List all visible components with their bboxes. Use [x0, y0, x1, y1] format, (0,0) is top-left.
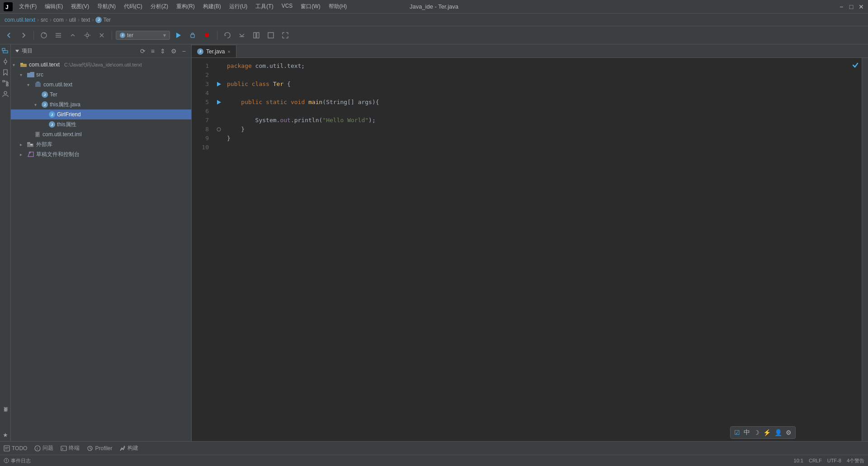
tree-item-scratch[interactable]: ▸ 草稿文件和控制台 — [11, 149, 191, 159]
bottom-tool-todo[interactable]: TODO — [4, 445, 27, 452]
toolbar-close-button[interactable] — [95, 29, 108, 42]
svg-marker-40 — [217, 100, 221, 105]
bottom-tool-problems[interactable]: ! 问题 — [34, 444, 53, 452]
widget-person-icon[interactable]: 👤 — [774, 429, 782, 436]
breadcrumb-part-4[interactable]: util — [69, 17, 76, 23]
breadcrumb-part-2[interactable]: src — [41, 17, 48, 23]
stop-button[interactable] — [201, 29, 213, 42]
debug-button[interactable] — [186, 29, 199, 42]
tree-girlfriend-label: GirlFriend — [57, 111, 81, 118]
tree-item-package[interactable]: ▾ com.util.text — [11, 80, 191, 90]
toolbar-list-button[interactable] — [52, 29, 65, 42]
toolbar-fullscreen-button[interactable] — [279, 29, 292, 42]
tree-item-this-attr[interactable]: ▾ J this属性 — [11, 119, 191, 129]
tree-item-src[interactable]: ▾ src — [11, 70, 191, 80]
maximize-button[interactable]: □ — [848, 4, 854, 10]
line-numbers: 1 2 3 4 5 6 7 8 9 10 — [192, 58, 214, 441]
menu-navigate[interactable]: 导航(N) — [94, 2, 119, 11]
widget-gear-icon[interactable]: ⚙ — [786, 429, 792, 436]
menu-vcs[interactable]: VCS — [278, 2, 297, 11]
status-position[interactable]: 10:1 — [794, 458, 803, 463]
toolbar-back-button[interactable] — [3, 29, 15, 42]
tree-item-girlfriend[interactable]: ▾ J GirlFriend — [11, 109, 191, 119]
toolbar-more-button[interactable] — [236, 29, 248, 42]
breadcrumb-part-5[interactable]: text — [81, 17, 90, 23]
widget-moon-icon[interactable]: ☽ — [754, 429, 760, 436]
tree-item-ter[interactable]: ▾ J Ter — [11, 90, 191, 100]
toolbar-maximize-button[interactable] — [264, 29, 277, 42]
breadcrumb-part-3[interactable]: com — [53, 17, 64, 23]
menu-analyze[interactable]: 分析(Z) — [147, 2, 172, 11]
tree-item-root[interactable]: ▾ com.util.terxt C:\Java代码\Java_ide\com.… — [11, 60, 191, 70]
activity-commit-icon[interactable] — [1, 57, 10, 66]
tab-close-button[interactable]: × — [227, 49, 230, 54]
toolbar-collapse-button[interactable] — [66, 29, 79, 42]
bottom-tool-profiler[interactable]: Profiler — [87, 445, 112, 452]
activity-project-icon[interactable] — [1, 46, 10, 55]
this-package-icon: J — [42, 101, 48, 108]
tree-this-attr-label: this属性 — [57, 121, 76, 128]
activity-history-icon[interactable]: 提交历史 — [1, 401, 10, 428]
breadcrumb-part-1[interactable]: com.util.terxt — [5, 17, 35, 23]
menu-view[interactable]: 视图(V) — [67, 2, 93, 11]
line-num-4: 4 — [192, 89, 209, 98]
activity-star-icon[interactable]: ★ — [1, 430, 10, 439]
tree-item-iml[interactable]: ▾ com.util.terxt.iml — [11, 129, 191, 139]
toolbar-sync-button[interactable] — [38, 29, 50, 42]
breadcrumb-part-6[interactable]: Ter — [103, 17, 111, 23]
widget-chinese-icon[interactable]: 中 — [744, 428, 750, 437]
sidebar-sync-btn[interactable]: ⟳ — [138, 47, 147, 56]
widget-plug-icon[interactable]: ⚡ — [763, 429, 771, 436]
menu-refactor[interactable]: 重构(R) — [173, 2, 198, 11]
status-line-ending[interactable]: CRLF — [809, 458, 822, 463]
close-button[interactable]: ✕ — [858, 4, 864, 10]
profiler-icon — [87, 445, 93, 452]
sidebar-collapse-all-btn[interactable]: ≡ — [149, 47, 156, 56]
menu-code[interactable]: 代码(C) — [120, 2, 146, 11]
widget-checkbox-icon[interactable]: ☑ — [734, 429, 740, 436]
activity-structure-icon[interactable] — [1, 79, 10, 88]
menu-edit[interactable]: 编辑(E) — [41, 2, 66, 11]
status-event-log[interactable]: 事件日志 — [4, 457, 31, 464]
toolbar-forward-button[interactable] — [17, 29, 30, 42]
editor-scrollbar[interactable] — [862, 58, 868, 441]
activity-person-icon[interactable] — [1, 90, 10, 99]
menu-help[interactable]: 帮助(H) — [325, 2, 351, 11]
sidebar-settings-btn[interactable]: ⚙ — [169, 47, 179, 56]
minimize-button[interactable]: − — [838, 4, 844, 10]
gutter-cell-3[interactable] — [216, 80, 222, 89]
toolbar-sep-3 — [217, 31, 217, 40]
menu-window[interactable]: 窗口(W) — [297, 2, 324, 11]
menu-file[interactable]: 文件(F) — [15, 2, 40, 11]
menu-tools[interactable]: 工具(T) — [252, 2, 277, 11]
status-issues[interactable]: 4个警告 — [847, 457, 864, 464]
floating-widget: ☑ 中 ☽ ⚡ 👤 ⚙ — [730, 426, 796, 439]
line-ending-label: CRLF — [809, 458, 822, 463]
bottom-tool-terminal[interactable]: 终端 — [61, 444, 80, 452]
run-config-icon: J — [120, 33, 125, 38]
run-class-arrow-icon[interactable] — [216, 81, 222, 87]
activity-bookmark-icon[interactable] — [1, 68, 10, 77]
run-button[interactable] — [172, 29, 184, 42]
forward-icon — [20, 32, 27, 39]
tree-item-ext-libs[interactable]: ▸ 外部库 — [11, 139, 191, 149]
toolbar-update-button[interactable] — [221, 29, 234, 42]
run-config-dropdown[interactable]: J ter ▾ — [116, 31, 170, 40]
breakpoint-icon[interactable] — [217, 127, 221, 132]
status-encoding[interactable]: UTF-8 — [827, 458, 841, 463]
menu-build[interactable]: 构建(B) — [199, 2, 225, 11]
sidebar-close-btn[interactable]: − — [180, 47, 188, 56]
gutter-cell-5[interactable] — [216, 98, 222, 107]
bottom-tool-build[interactable]: 构建 — [119, 444, 138, 452]
code-editor[interactable]: package com.util.text; public class Ter … — [223, 58, 862, 441]
run-main-arrow-icon[interactable] — [216, 100, 222, 105]
line-num-10: 10 — [192, 143, 209, 152]
svg-marker-9 — [176, 33, 181, 38]
editor-tab-ter[interactable]: J Ter.java × — [192, 45, 236, 57]
svg-text:!: ! — [37, 447, 38, 451]
tree-item-this-package[interactable]: ▾ J this属性.java — [11, 100, 191, 109]
menu-run[interactable]: 运行(U) — [226, 2, 251, 11]
sidebar-expand-btn[interactable]: ⇕ — [158, 47, 167, 56]
toolbar-layout-button[interactable] — [250, 29, 263, 42]
toolbar-settings-button[interactable] — [81, 29, 94, 42]
